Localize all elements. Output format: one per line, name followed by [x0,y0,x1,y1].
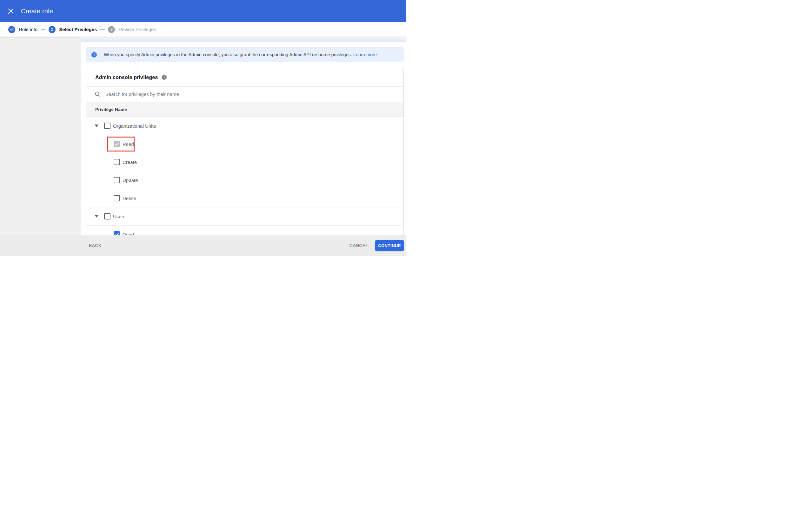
privilege-row-organizational-units: Organizational Units [86,117,403,135]
checkbox-create[interactable] [114,159,120,165]
privilege-row-create: Create [86,153,403,171]
privileges-search-row [86,86,403,102]
privilege-label: Create [122,159,137,165]
step-number: 3 [108,26,115,33]
privilege-row-delete: Delete [86,189,403,208]
privilege-row-update: Update [86,171,403,189]
continue-button[interactable]: CONTINUE [375,240,404,251]
learn-more-link[interactable]: Learn more [353,52,377,57]
close-icon[interactable] [4,5,17,18]
content-area: i When you specify Admin privileges in t… [81,37,406,235]
privilege-label: Delete [122,196,136,201]
step-label: Select Privileges [59,27,97,32]
step-role-info[interactable]: Role info [8,26,37,33]
help-icon[interactable]: ? [162,75,167,80]
expand-collapse-icon[interactable] [95,215,98,218]
step-check-icon [8,26,15,33]
create-role-dialog: Create role Role info2Select Privileges3… [0,0,406,256]
checkbox-users[interactable] [104,213,111,219]
checkbox-read[interactable] [114,141,120,147]
left-panel [0,37,81,235]
dialog-title: Create role [21,8,53,15]
privilege-row-read: Read [86,135,403,153]
step-label: Role info [19,27,37,32]
info-banner: i When you specify Admin privileges in t… [86,47,404,62]
checkbox-delete[interactable] [114,195,120,201]
step-separator [100,29,105,30]
step-number: 2 [49,26,56,33]
privileges-card: Admin console privileges ? Privilege Nam… [86,68,404,235]
dialog-body: i When you specify Admin privileges in t… [0,37,406,235]
search-input[interactable] [106,91,403,97]
stepper: Role info2Select Privileges3Review Privi… [0,22,406,37]
step-select-privileges[interactable]: 2Select Privileges [49,26,97,33]
privilege-label: Update [122,178,138,183]
footer-bar: BACK CANCEL CONTINUE [0,235,406,256]
step-label: Review Privileges [118,27,156,32]
expand-collapse-icon[interactable] [95,125,98,127]
privilege-tree: Organizational UnitsReadCreateUpdateDele… [86,117,403,235]
privilege-label: Read [122,141,134,147]
checkbox-update[interactable] [114,177,120,183]
privilege-row-read: Read [86,225,403,235]
search-icon [95,91,100,97]
privilege-label: Users [113,214,125,219]
info-banner-text: When you specify Admin privileges in the… [104,52,377,57]
column-header-privilege-name: Privilege Name [95,107,127,112]
step-review-privileges[interactable]: 3Review Privileges [108,26,156,33]
cancel-button[interactable]: CANCEL [345,235,373,256]
privilege-label: Organizational Units [113,123,156,129]
dialog-header: Create role [0,0,406,22]
privilege-label: Read [122,232,134,235]
scrolled-content-edge [81,37,406,42]
step-separator [40,29,46,30]
card-header: Admin console privileges ? [86,68,403,86]
privilege-row-users: Users [86,208,403,225]
back-button[interactable]: BACK [84,235,106,256]
info-icon: i [91,52,97,57]
table-header-row: Privilege Name [86,102,403,117]
checkbox-organizational-units[interactable] [104,123,111,129]
checkbox-read[interactable] [114,231,120,235]
card-title: Admin console privileges [95,75,158,80]
